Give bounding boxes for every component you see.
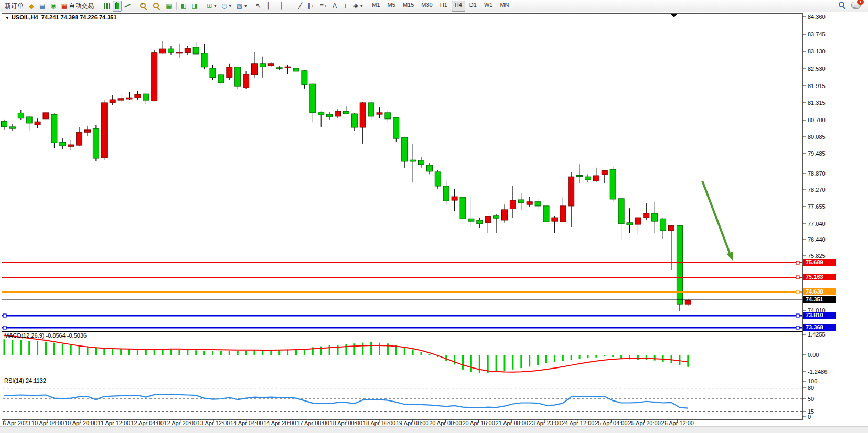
candle-body (635, 218, 641, 224)
candle-body (193, 47, 199, 54)
candle-body (602, 170, 607, 175)
candle-body (51, 114, 57, 143)
macd-histogram-bar (329, 345, 330, 355)
candle-body (285, 67, 291, 68)
macd-histogram-bar (679, 355, 680, 365)
candle-body (9, 127, 15, 128)
candle-body (660, 219, 666, 231)
macd-histogram-bar (237, 351, 239, 355)
macd-histogram-bar (554, 355, 555, 362)
macd-histogram-bar (128, 349, 130, 355)
macd-histogram-bar (187, 350, 188, 355)
candle-body (35, 122, 40, 125)
macd-histogram-bar (220, 351, 222, 355)
macd-histogram-bar (203, 351, 205, 355)
line-handle (796, 276, 799, 279)
candle-body (385, 113, 391, 119)
line-handle (3, 326, 6, 329)
candle-body (227, 67, 232, 78)
macd-histogram-bar (454, 355, 455, 365)
macd-histogram-bar (170, 349, 172, 355)
macd-histogram-bar (320, 347, 322, 355)
macd-histogram-bar (95, 347, 97, 355)
candle-body (685, 300, 691, 304)
candle-body (18, 113, 24, 118)
macd-histogram-bar (587, 355, 589, 358)
candle-body (410, 160, 416, 161)
symbol-marker-icon: ▼ (5, 16, 9, 20)
macd-histogram-bar (12, 340, 13, 355)
candle-body (610, 169, 616, 199)
macd-histogram-bar (512, 355, 513, 370)
candle-body (302, 71, 307, 85)
macd-histogram-bar (537, 355, 539, 365)
candle-body (293, 68, 299, 71)
macd-histogram-bar (178, 350, 180, 355)
candle-body (77, 132, 82, 145)
line-handle (3, 314, 6, 317)
trading-platform-window: 新订单 ◆ ▤ ◉ ▦ 自动交易 + − ▦ ◧ ◨ ⊞▾ ◷▾ ▧▾ ↖ ┼ … (0, 0, 868, 433)
macd-histogram-bar (53, 343, 55, 355)
candle-body (143, 94, 149, 100)
candle-body (485, 216, 491, 223)
macd-histogram-bar (262, 351, 263, 355)
candle-body (85, 130, 91, 132)
line-handle (796, 326, 799, 329)
line-handle (796, 314, 799, 317)
macd-histogram-bar (278, 350, 280, 355)
candle-body (393, 117, 399, 138)
chart-title: USOil-,H4 (12, 14, 38, 20)
macd-histogram-bar (137, 349, 138, 355)
line-handle (796, 261, 799, 264)
macd-histogram-bar (470, 355, 472, 372)
macd-histogram-bar (229, 351, 230, 355)
macd-histogram-bar (620, 355, 622, 359)
candle-body (176, 52, 182, 53)
candle-body (460, 197, 466, 219)
candle-body (343, 111, 349, 114)
candle-body (185, 48, 190, 53)
candle-body (318, 112, 324, 115)
candle-body (118, 99, 124, 100)
candle-body (535, 202, 541, 206)
rsi-indicator-label: RSI(14) 24.1132 (4, 377, 46, 384)
macd-histogram-bar (37, 341, 38, 355)
candle-body (93, 128, 99, 158)
macd-histogram-bar (571, 355, 572, 360)
candle-body (360, 103, 366, 127)
candle-body (477, 220, 483, 224)
macd-histogram-bar (254, 350, 255, 355)
macd-histogram-bar (404, 347, 405, 355)
candle-body (652, 213, 658, 221)
macd-histogram-bar (579, 355, 581, 359)
macd-histogram-bar (496, 355, 497, 372)
candle-body (552, 218, 558, 221)
candle-body (235, 67, 241, 86)
ohlc-values: 74.241 74.398 74.226 74.351 (41, 14, 117, 20)
macd-histogram-bar (245, 351, 247, 355)
candle-body (627, 223, 633, 225)
macd-histogram-bar (87, 347, 89, 355)
candle-body (669, 225, 674, 231)
macd-histogram-bar (379, 343, 380, 355)
candle-body (527, 202, 532, 204)
macd-histogram-bar (545, 355, 547, 363)
candle-body (327, 114, 333, 117)
macd-histogram-bar (20, 340, 22, 355)
candle-body (351, 114, 357, 127)
candle-body (126, 98, 132, 99)
macd-histogram-bar (637, 355, 639, 360)
line-handle (796, 290, 799, 294)
macd-histogram-bar (529, 355, 530, 367)
candle-body (452, 197, 457, 200)
candle-body (160, 49, 166, 53)
macd-histogram-bar (103, 348, 105, 355)
macd-histogram-bar (28, 341, 30, 355)
candle-body (435, 172, 441, 186)
candle-body (368, 103, 374, 116)
candle-body (168, 49, 174, 52)
candle-body (101, 103, 107, 158)
candle-body (260, 64, 265, 67)
chart-canvas[interactable] (0, 0, 868, 433)
candle-body (152, 53, 157, 101)
